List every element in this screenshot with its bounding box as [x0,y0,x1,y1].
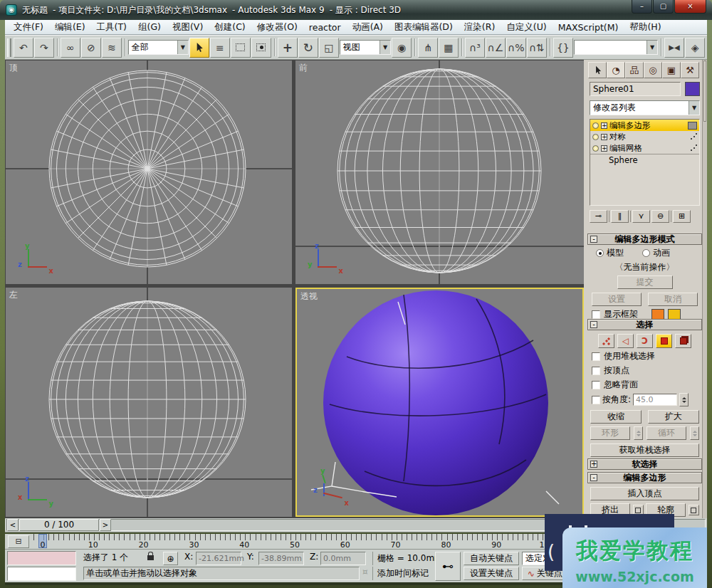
grow-button[interactable]: 扩大 [648,410,699,424]
cage-color-swatch-2[interactable] [668,309,681,320]
remove-modifier-button[interactable]: ⊖ [651,210,669,223]
menu-modifiers[interactable]: 修改器(O) [251,21,303,34]
loop-spinner[interactable] [690,426,699,440]
animate-radio[interactable] [642,249,650,257]
shrink-button[interactable]: 收缩 [590,410,642,424]
stack-item-edit-mesh[interactable]: 编辑网格 [590,142,699,154]
pin-stack-button[interactable]: ⊸ [590,210,607,223]
x-coordinate-field[interactable]: -21.621mm [196,552,241,565]
rollout-header[interactable]: - 编辑多边形 [587,472,702,483]
expand-icon[interactable] [601,122,607,129]
selection-lock-toggle[interactable] [147,552,154,560]
menu-file[interactable]: 文件(F) [8,21,49,34]
object-name-field[interactable]: Sphere01 [590,82,681,96]
named-selection-sets-dropdown[interactable]: ▼ [574,40,658,55]
menu-graph-editors[interactable]: 图表编辑器(D) [389,21,459,34]
expand-icon[interactable] [601,134,607,140]
auto-key-button[interactable]: 自动关键点 [464,552,519,565]
z-coordinate-field[interactable]: 0.0mm [320,552,366,565]
add-time-tag[interactable]: 添加时间标记 [372,567,429,580]
set-keys-button[interactable]: ⊷ [435,552,461,581]
close-button[interactable]: × [674,0,706,14]
commit-button[interactable]: 提交 [617,275,673,289]
percent-snap-button[interactable]: ∩% [506,38,526,58]
menu-edit[interactable]: 编辑(E) [49,21,91,34]
ring-button[interactable]: 环形 [590,426,630,440]
display-tab[interactable]: ▣ [662,62,681,78]
stack-item-symmetry[interactable]: 对称 [590,131,699,142]
time-slider-handle[interactable]: 0 / 100 [19,519,99,531]
visibility-bulb-icon[interactable] [592,122,599,129]
menu-customize[interactable]: 自定义(U) [501,21,552,34]
collapse-icon[interactable]: - [590,321,597,328]
by-angle-checkbox[interactable] [592,396,600,404]
loop-button[interactable]: 循环 [646,426,686,440]
minimize-button[interactable]: – [632,0,652,14]
show-cage-checkbox[interactable] [592,310,600,319]
menu-group[interactable]: 组(G) [132,21,167,34]
select-by-name-button[interactable]: ≡ [210,38,230,58]
rollout-header[interactable]: - 选择 [587,319,702,330]
rollout-header[interactable]: - 编辑多边形模式 [587,233,702,245]
make-unique-button[interactable]: ⋎ [632,210,650,223]
maximize-button[interactable]: ▢ [653,0,674,14]
spinner-snap-button[interactable]: ∩⇅ [527,38,547,58]
get-stack-selection-button[interactable]: 获取堆栈选择 [590,443,699,457]
cancel-button[interactable]: 取消 [648,293,698,306]
next-frame-button[interactable]: > [100,519,111,531]
ring-spinner[interactable] [634,426,643,440]
select-and-link-button[interactable]: ∞ [61,38,80,58]
transform-type-in-button[interactable]: ⊕ [163,552,178,565]
vertex-mode-button[interactable] [598,334,614,348]
maxscript-listener-pink[interactable] [7,551,76,565]
selection-filter-dropdown[interactable]: 全部 ▼ [128,40,189,55]
collapse-icon[interactable]: - [590,236,597,243]
menu-maxscript[interactable]: MAXScript(M) [553,21,624,33]
border-mode-button[interactable]: Ͻ [637,334,653,348]
polygon-mode-button[interactable] [656,334,672,348]
select-and-rotate-button[interactable]: ↻ [298,38,318,58]
element-mode-button[interactable] [675,334,691,348]
redo-button[interactable]: ↷ [34,38,54,58]
edge-mode-button[interactable]: ◁ [617,334,634,348]
utilities-tab[interactable]: ⚒ [681,62,699,78]
viewport-perspective[interactable]: 透视 y z x [295,288,584,517]
unlink-selection-button[interactable]: ⊘ [81,38,101,58]
select-and-manipulate-button[interactable]: ⋔ [418,38,438,58]
menu-tools[interactable]: 工具(T) [91,21,132,34]
rectangular-selection-region-button[interactable] [231,38,251,58]
set-key-button[interactable]: 设置关键点 [464,567,519,580]
undo-button[interactable]: ↶ [14,38,33,58]
angle-spinner[interactable] [679,393,689,406]
outline-settings-icon[interactable] [689,505,699,515]
menu-help[interactable]: 帮助(H) [624,21,666,34]
modifier-list-dropdown[interactable]: 修改器列表 ▼ [590,100,700,115]
settings-button[interactable]: 设置 [592,293,642,306]
select-and-scale-button[interactable]: ◱ [319,38,339,58]
collapse-icon[interactable]: - [590,474,597,481]
show-end-result-button[interactable]: ‖ [611,210,629,223]
toolbar-grip[interactable] [7,38,11,57]
create-tab[interactable] [588,62,607,78]
menu-views[interactable]: 视图(V) [167,21,209,34]
expand-icon[interactable] [601,145,607,152]
stack-item-button[interactable] [688,122,697,130]
cage-color-swatch-1[interactable] [651,309,664,320]
modify-tab[interactable]: ◔ [607,62,625,78]
edit-named-selection-sets-button[interactable]: {} [553,38,573,58]
mirror-button[interactable]: ▶◀ [664,38,684,58]
motion-tab[interactable]: ◎ [644,62,662,78]
viewport-front[interactable]: 前 z x y [295,61,584,284]
angle-value-field[interactable]: 45.0 [633,394,677,406]
expand-icon[interactable]: + [590,461,597,468]
use-center-button[interactable]: ◉ [392,38,412,58]
use-stack-selection-checkbox[interactable] [592,352,600,361]
panel-scrollbar[interactable] [702,60,707,520]
snap-toggle-button[interactable]: ∩³ [465,38,485,58]
ignore-backfacing-checkbox[interactable] [592,381,600,389]
viewport-top[interactable]: 顶 y x z [6,61,292,284]
reference-coordinate-dropdown[interactable]: 视图 ▼ [340,40,391,55]
align-button[interactable]: ◈ [685,38,705,58]
by-vertex-checkbox[interactable] [592,367,600,375]
select-and-move-button[interactable]: + [278,38,298,58]
